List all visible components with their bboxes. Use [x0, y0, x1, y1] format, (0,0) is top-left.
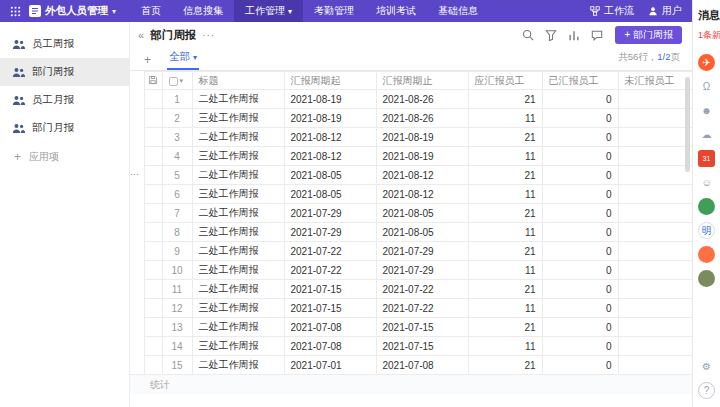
cell-period-end: 2021-08-12: [376, 185, 468, 204]
avatar-photo-2[interactable]: [698, 270, 715, 287]
table-footer[interactable]: 统计: [130, 374, 692, 394]
row-number: 11: [162, 280, 192, 299]
cell-reported-count: 0: [542, 318, 618, 337]
new-report-button[interactable]: + 部门周报: [615, 26, 682, 44]
filter-icon[interactable]: [545, 29, 557, 41]
chart-icon[interactable]: [568, 29, 580, 41]
row-disk-cell: [144, 147, 162, 166]
cell-title: 二处工作周报: [192, 356, 284, 375]
workflow-link[interactable]: 工作流: [590, 4, 634, 18]
cloud-drive-icon[interactable]: ☁: [698, 126, 715, 143]
people-icon: [12, 67, 25, 78]
table-row[interactable]: 2三处工作周报2021-08-192021-08-26110: [130, 109, 692, 128]
topbar-nav: 首页信息搜集工作管理▾考勤管理培训考试基础信息: [130, 0, 489, 22]
assistant-rocket-icon[interactable]: ✈: [698, 54, 715, 71]
table-row[interactable]: 9二处工作周报2021-07-222021-07-29210: [130, 242, 692, 261]
comment-icon[interactable]: [591, 29, 603, 41]
table-row[interactable]: 1二处工作周报2021-08-192021-08-26210: [130, 90, 692, 109]
page-suffix: 页: [671, 51, 681, 62]
new-message-badge[interactable]: 1条新消息: [693, 29, 720, 42]
cell-unreported-count: [618, 185, 692, 204]
cell-unreported-count: [618, 318, 692, 337]
plus-icon: +: [14, 151, 21, 163]
sidebar-item-label: 员工月报: [32, 93, 74, 107]
topnav-item-1[interactable]: 信息搜集: [172, 0, 234, 22]
cell-due-count: 21: [468, 318, 542, 337]
topnav-item-0[interactable]: 首页: [130, 0, 172, 22]
table-row[interactable]: 8三处工作周报2021-07-292021-08-05110: [130, 223, 692, 242]
cell-title: 二处工作周报: [192, 128, 284, 147]
table-row[interactable]: 3二处工作周报2021-08-122021-08-19210: [130, 128, 692, 147]
notification-dot-icon[interactable]: [698, 246, 715, 263]
user-label: 用户: [662, 4, 682, 18]
user-link[interactable]: 用户: [648, 4, 682, 18]
row-number: 14: [162, 337, 192, 356]
cell-unreported-count: [618, 356, 692, 375]
row-disk-cell: [144, 90, 162, 109]
row-disk-cell: [144, 280, 162, 299]
table-row[interactable]: 14三处工作周报2021-07-082021-07-15110: [130, 337, 692, 356]
column-header-2: 汇报周期止: [376, 72, 468, 90]
content: « 部门周报 ··· + 部门周报 + 全部 ▾: [130, 22, 692, 407]
topnav-item-5[interactable]: 基础信息: [427, 0, 489, 22]
save-view-icon[interactable]: [148, 75, 158, 85]
workflow-icon: [590, 6, 600, 16]
topnav-item-2[interactable]: 工作管理▾: [234, 0, 303, 22]
table-row[interactable]: 6三处工作周报2021-08-052021-08-12110: [130, 185, 692, 204]
app-grid-icon[interactable]: [6, 0, 25, 22]
avatar-ming[interactable]: 明: [698, 222, 715, 239]
page-more-icon[interactable]: ···: [202, 30, 215, 41]
contacts-icon[interactable]: ☻: [698, 102, 715, 119]
add-app-item-button[interactable]: + 应用项: [0, 142, 129, 172]
add-view-button[interactable]: +: [144, 53, 151, 70]
people-icon: [12, 123, 25, 134]
table-row[interactable]: ···5二处工作周报2021-08-052021-08-12210: [130, 166, 692, 185]
sidebar-item-label: 员工周报: [32, 37, 74, 51]
cell-period-end: 2021-08-19: [376, 128, 468, 147]
table-row[interactable]: 7二处工作周报2021-07-292021-08-05210: [130, 204, 692, 223]
cell-period-end: 2021-07-15: [376, 337, 468, 356]
row-number: 8: [162, 223, 192, 242]
cell-period-start: 2021-07-22: [284, 261, 376, 280]
tab-all[interactable]: 全部 ▾: [167, 50, 199, 70]
row-gutter: [130, 109, 144, 128]
cell-unreported-count: [618, 90, 692, 109]
topnav-item-3[interactable]: 考勤管理: [303, 0, 365, 22]
sidebar-item-0[interactable]: 员工周报: [0, 30, 129, 58]
select-all-checkbox[interactable]: [169, 77, 178, 86]
bell-icon[interactable]: Ω: [698, 78, 715, 95]
cell-unreported-count: [618, 109, 692, 128]
topnav-item-4[interactable]: 培训考试: [365, 0, 427, 22]
cell-unreported-count: [618, 128, 692, 147]
cell-period-start: 2021-07-01: [284, 356, 376, 375]
table-row[interactable]: 15二处工作周报2021-07-012021-07-08210: [130, 356, 692, 375]
row-gutter: [130, 185, 144, 204]
vertical-scrollbar[interactable]: [685, 77, 690, 172]
help-icon[interactable]: ?: [698, 382, 715, 399]
report-table: ▾ 标题汇报周期起汇报周期止应汇报员工已汇报员工未汇报员工 1二处工作周报202…: [130, 71, 692, 374]
cell-period-end: 2021-07-15: [376, 318, 468, 337]
table-row[interactable]: 4三处工作周报2021-08-122021-08-19110: [130, 147, 692, 166]
pagination: 共56行，1/2页: [618, 51, 680, 70]
calendar-icon[interactable]: 31: [698, 150, 715, 167]
sidebar-item-1[interactable]: 部门周报: [0, 58, 129, 86]
sidebar-item-3[interactable]: 部门月报: [0, 114, 129, 142]
table-row[interactable]: 13二处工作周报2021-07-082021-07-15210: [130, 318, 692, 337]
smiley-icon[interactable]: ☺: [698, 174, 715, 191]
gear-icon[interactable]: ⚙: [698, 358, 715, 375]
app-switcher[interactable]: 外包人员管理 ▾: [29, 0, 116, 22]
nav-label: 信息搜集: [183, 4, 223, 18]
sidebar-items: 员工周报部门周报员工月报部门月报: [0, 30, 129, 142]
table-row[interactable]: 11二处工作周报2021-07-152021-07-22210: [130, 280, 692, 299]
column-header-4: 已汇报员工: [542, 72, 618, 90]
table-row[interactable]: 12三处工作周报2021-07-152021-07-22110: [130, 299, 692, 318]
collapse-sidebar-icon[interactable]: «: [138, 29, 144, 41]
table-row[interactable]: 10三处工作周报2021-07-222021-07-29110: [130, 261, 692, 280]
cell-title: 三处工作周报: [192, 185, 284, 204]
messages-panel: 消息 1条新消息 ✈Ω☻☁31☺明⚙?: [692, 0, 720, 407]
sidebar-item-2[interactable]: 员工月报: [0, 86, 129, 114]
avatar-photo[interactable]: [698, 198, 715, 215]
search-icon[interactable]: [522, 29, 534, 41]
cell-period-start: 2021-08-12: [284, 128, 376, 147]
row-more-icon[interactable]: ···: [130, 169, 139, 179]
